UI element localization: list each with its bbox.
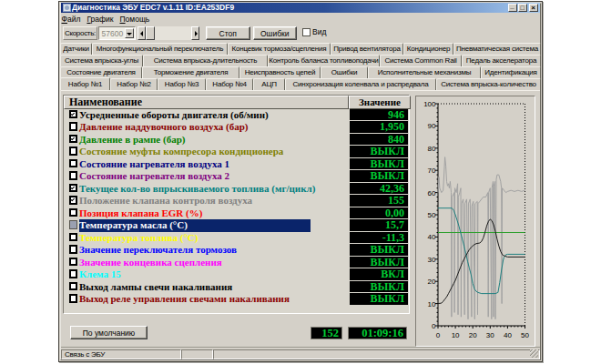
svg-text:0: 0	[436, 331, 441, 339]
svg-text:50: 50	[428, 211, 436, 219]
svg-text:40: 40	[428, 233, 436, 241]
svg-text:60: 60	[428, 189, 436, 197]
svg-text:90: 90	[428, 122, 436, 130]
svg-text:30: 30	[428, 256, 436, 264]
svg-text:20: 20	[469, 331, 477, 339]
svg-text:80: 80	[428, 145, 436, 153]
svg-text:70: 70	[428, 167, 436, 175]
svg-text:10: 10	[452, 331, 460, 339]
svg-text:0: 0	[432, 322, 436, 330]
svg-text:10: 10	[428, 300, 436, 308]
svg-text:50: 50	[521, 331, 529, 339]
svg-text:30: 30	[486, 331, 494, 339]
svg-text:40: 40	[504, 331, 512, 339]
svg-text:20: 20	[428, 278, 436, 286]
svg-text:100: 100	[423, 100, 436, 108]
